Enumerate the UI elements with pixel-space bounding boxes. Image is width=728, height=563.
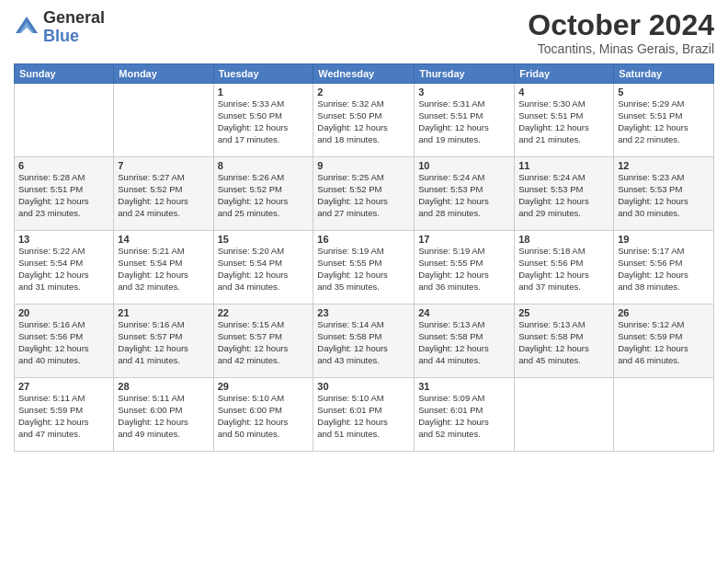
day-info: Sunrise: 5:20 AM Sunset: 5:54 PM Dayligh… [218, 246, 310, 293]
day-info: Sunrise: 5:10 AM Sunset: 6:00 PM Dayligh… [218, 393, 310, 440]
day-info: Sunrise: 5:28 AM Sunset: 5:51 PM Dayligh… [18, 172, 109, 219]
page-container: General Blue October 2024 Tocantins, Min… [0, 0, 728, 461]
day-number: 5 [618, 86, 710, 98]
day-info: Sunrise: 5:14 AM Sunset: 5:58 PM Dayligh… [317, 319, 410, 366]
day-number: 30 [317, 381, 410, 392]
logo-general-text: General [43, 9, 105, 28]
day-info: Sunrise: 5:23 AM Sunset: 5:53 PM Dayligh… [618, 172, 710, 219]
day-number: 23 [317, 307, 410, 318]
week-row-4: 20Sunrise: 5:16 AM Sunset: 5:56 PM Dayli… [15, 304, 714, 378]
day-info: Sunrise: 5:12 AM Sunset: 5:59 PM Dayligh… [618, 319, 710, 366]
header-cell-thursday: Thursday [415, 64, 515, 84]
day-number: 10 [418, 160, 510, 171]
day-number: 25 [518, 307, 609, 318]
header-cell-friday: Friday [515, 64, 614, 84]
logo-text: General Blue [43, 9, 105, 46]
day-cell: 5Sunrise: 5:29 AM Sunset: 5:51 PM Daylig… [614, 84, 714, 157]
day-number: 4 [518, 86, 609, 98]
day-cell: 26Sunrise: 5:12 AM Sunset: 5:59 PM Dayli… [614, 304, 714, 378]
day-number: 2 [317, 86, 410, 98]
day-info: Sunrise: 5:09 AM Sunset: 6:01 PM Dayligh… [418, 393, 510, 440]
day-info: Sunrise: 5:29 AM Sunset: 5:51 PM Dayligh… [618, 98, 710, 145]
day-cell: 23Sunrise: 5:14 AM Sunset: 5:58 PM Dayli… [313, 304, 415, 378]
day-info: Sunrise: 5:11 AM Sunset: 6:00 PM Dayligh… [118, 393, 209, 440]
day-cell: 20Sunrise: 5:16 AM Sunset: 5:56 PM Dayli… [15, 304, 114, 378]
day-info: Sunrise: 5:21 AM Sunset: 5:54 PM Dayligh… [118, 246, 209, 293]
logo-blue-text: Blue [43, 28, 105, 46]
day-number: 11 [518, 160, 609, 171]
day-info: Sunrise: 5:24 AM Sunset: 5:53 PM Dayligh… [518, 172, 609, 219]
day-cell: 14Sunrise: 5:21 AM Sunset: 5:54 PM Dayli… [114, 231, 213, 304]
day-info: Sunrise: 5:16 AM Sunset: 5:57 PM Dayligh… [118, 319, 209, 366]
day-number: 9 [317, 160, 410, 171]
day-info: Sunrise: 5:33 AM Sunset: 5:50 PM Dayligh… [218, 98, 310, 145]
day-cell: 10Sunrise: 5:24 AM Sunset: 5:53 PM Dayli… [415, 157, 515, 231]
day-cell: 30Sunrise: 5:10 AM Sunset: 6:01 PM Dayli… [313, 378, 415, 452]
day-cell: 3Sunrise: 5:31 AM Sunset: 5:51 PM Daylig… [415, 84, 515, 157]
day-number: 8 [218, 160, 310, 171]
day-info: Sunrise: 5:19 AM Sunset: 5:55 PM Dayligh… [317, 246, 410, 293]
day-cell: 11Sunrise: 5:24 AM Sunset: 5:53 PM Dayli… [515, 157, 614, 231]
day-cell: 2Sunrise: 5:32 AM Sunset: 5:50 PM Daylig… [313, 84, 415, 157]
day-cell: 6Sunrise: 5:28 AM Sunset: 5:51 PM Daylig… [15, 157, 114, 231]
day-number: 27 [18, 381, 109, 392]
day-info: Sunrise: 5:31 AM Sunset: 5:51 PM Dayligh… [418, 98, 510, 145]
day-cell: 22Sunrise: 5:15 AM Sunset: 5:57 PM Dayli… [213, 304, 313, 378]
day-number: 19 [618, 234, 710, 245]
day-number: 21 [118, 307, 209, 318]
day-info: Sunrise: 5:15 AM Sunset: 5:57 PM Dayligh… [218, 319, 310, 366]
day-cell: 28Sunrise: 5:11 AM Sunset: 6:00 PM Dayli… [114, 378, 213, 452]
day-number: 17 [418, 234, 510, 245]
day-info: Sunrise: 5:18 AM Sunset: 5:56 PM Dayligh… [518, 246, 609, 293]
day-info: Sunrise: 5:10 AM Sunset: 6:01 PM Dayligh… [317, 393, 410, 440]
day-cell: 13Sunrise: 5:22 AM Sunset: 5:54 PM Dayli… [15, 231, 114, 304]
day-number: 29 [218, 381, 310, 392]
day-info: Sunrise: 5:19 AM Sunset: 5:55 PM Dayligh… [418, 246, 510, 293]
day-cell: 7Sunrise: 5:27 AM Sunset: 5:52 PM Daylig… [114, 157, 213, 231]
day-number: 3 [418, 86, 510, 98]
day-cell: 18Sunrise: 5:18 AM Sunset: 5:56 PM Dayli… [515, 231, 614, 304]
day-cell [15, 84, 114, 157]
day-info: Sunrise: 5:32 AM Sunset: 5:50 PM Dayligh… [317, 98, 410, 145]
day-info: Sunrise: 5:25 AM Sunset: 5:52 PM Dayligh… [317, 172, 410, 219]
day-cell: 27Sunrise: 5:11 AM Sunset: 5:59 PM Dayli… [15, 378, 114, 452]
day-cell: 1Sunrise: 5:33 AM Sunset: 5:50 PM Daylig… [213, 84, 313, 157]
day-cell: 12Sunrise: 5:23 AM Sunset: 5:53 PM Dayli… [614, 157, 714, 231]
day-cell [114, 84, 213, 157]
day-info: Sunrise: 5:27 AM Sunset: 5:52 PM Dayligh… [118, 172, 209, 219]
day-number: 20 [18, 307, 109, 318]
header-cell-wednesday: Wednesday [313, 64, 415, 84]
logo: General Blue [14, 9, 105, 46]
title-area: October 2024 Tocantins, Minas Gerais, Br… [528, 9, 714, 56]
day-cell: 8Sunrise: 5:26 AM Sunset: 5:52 PM Daylig… [213, 157, 313, 231]
day-number: 22 [218, 307, 310, 318]
day-info: Sunrise: 5:11 AM Sunset: 5:59 PM Dayligh… [18, 393, 109, 440]
logo-icon [14, 15, 40, 40]
header-row: SundayMondayTuesdayWednesdayThursdayFrid… [15, 64, 714, 84]
day-number: 7 [118, 160, 209, 171]
day-number: 28 [118, 381, 209, 392]
day-info: Sunrise: 5:24 AM Sunset: 5:53 PM Dayligh… [418, 172, 510, 219]
day-number: 1 [218, 86, 310, 98]
day-cell: 31Sunrise: 5:09 AM Sunset: 6:01 PM Dayli… [415, 378, 515, 452]
day-info: Sunrise: 5:26 AM Sunset: 5:52 PM Dayligh… [218, 172, 310, 219]
calendar-header: SundayMondayTuesdayWednesdayThursdayFrid… [15, 64, 714, 84]
header-cell-tuesday: Tuesday [213, 64, 313, 84]
week-row-2: 6Sunrise: 5:28 AM Sunset: 5:51 PM Daylig… [15, 157, 714, 231]
day-info: Sunrise: 5:13 AM Sunset: 5:58 PM Dayligh… [518, 319, 609, 366]
week-row-3: 13Sunrise: 5:22 AM Sunset: 5:54 PM Dayli… [15, 231, 714, 304]
day-info: Sunrise: 5:16 AM Sunset: 5:56 PM Dayligh… [18, 319, 109, 366]
day-info: Sunrise: 5:22 AM Sunset: 5:54 PM Dayligh… [18, 246, 109, 293]
header-cell-saturday: Saturday [614, 64, 714, 84]
day-cell: 16Sunrise: 5:19 AM Sunset: 5:55 PM Dayli… [313, 231, 415, 304]
day-info: Sunrise: 5:30 AM Sunset: 5:51 PM Dayligh… [518, 98, 609, 145]
header: General Blue October 2024 Tocantins, Min… [14, 9, 714, 56]
day-cell: 9Sunrise: 5:25 AM Sunset: 5:52 PM Daylig… [313, 157, 415, 231]
day-number: 15 [218, 234, 310, 245]
day-number: 6 [18, 160, 109, 171]
header-cell-sunday: Sunday [15, 64, 114, 84]
day-number: 12 [618, 160, 710, 171]
day-info: Sunrise: 5:17 AM Sunset: 5:56 PM Dayligh… [618, 246, 710, 293]
day-number: 14 [118, 234, 209, 245]
day-cell: 17Sunrise: 5:19 AM Sunset: 5:55 PM Dayli… [415, 231, 515, 304]
